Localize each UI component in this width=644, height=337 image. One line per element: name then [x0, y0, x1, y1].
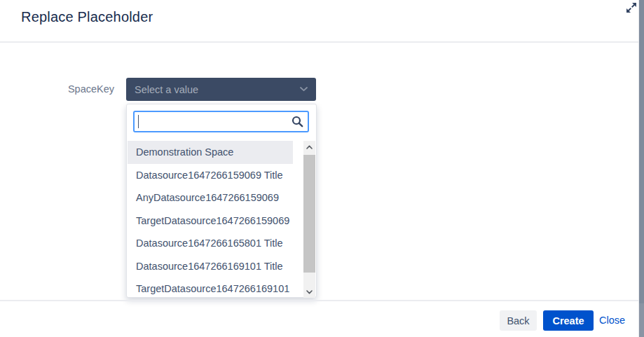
page-title: Replace Placeholder [21, 9, 153, 25]
page-scrollbar[interactable] [638, 0, 644, 337]
list-item[interactable]: AnyDatasource1647266159069 [128, 186, 293, 209]
page-scrollbar-track[interactable] [639, 303, 644, 337]
expand-dialog-button[interactable] [625, 1, 638, 14]
footer-divider [0, 300, 638, 301]
search-icon [292, 116, 303, 128]
spacekey-select[interactable]: Select a value [126, 78, 316, 101]
list-item[interactable]: Datasource1647266169101 Title [128, 255, 293, 278]
dropdown-search-wrap [133, 111, 309, 132]
spacekey-dropdown-panel: Demonstration Space Datasource1647266159… [126, 104, 317, 298]
list-item[interactable]: Datasource1647266165801 Title [128, 232, 293, 255]
close-link[interactable]: Close [599, 315, 625, 326]
replace-placeholder-dialog: Replace Placeholder SpaceKey Select a va… [0, 0, 644, 337]
scroll-up-button[interactable] [303, 141, 315, 153]
list-item[interactable]: TargetDatasource1647266169101 [128, 277, 293, 297]
back-button[interactable]: Back [500, 310, 537, 331]
expand-icon [625, 1, 638, 14]
spacekey-select-value: Select a value [135, 84, 198, 95]
list-item[interactable]: TargetDatasource1647266159069 [128, 209, 293, 233]
dropdown-option-list: Demonstration Space Datasource1647266159… [128, 141, 293, 297]
list-scrollbar-thumb[interactable] [303, 155, 315, 273]
scroll-down-button[interactable] [303, 286, 315, 298]
list-item[interactable]: Datasource1647266159069 Title [128, 164, 293, 187]
page-scrollbar-thumb[interactable] [639, 0, 644, 303]
chevron-up-icon [306, 145, 313, 149]
create-button[interactable]: Create [543, 310, 594, 331]
list-item[interactable]: Demonstration Space [128, 141, 293, 164]
chevron-down-icon [300, 87, 308, 92]
dropdown-search-input[interactable] [133, 111, 309, 132]
spacekey-label: SpaceKey [63, 83, 114, 95]
list-scrollbar[interactable] [303, 141, 315, 298]
chevron-down-icon [306, 290, 313, 294]
text-caret [138, 115, 139, 128]
header-divider [0, 41, 638, 43]
